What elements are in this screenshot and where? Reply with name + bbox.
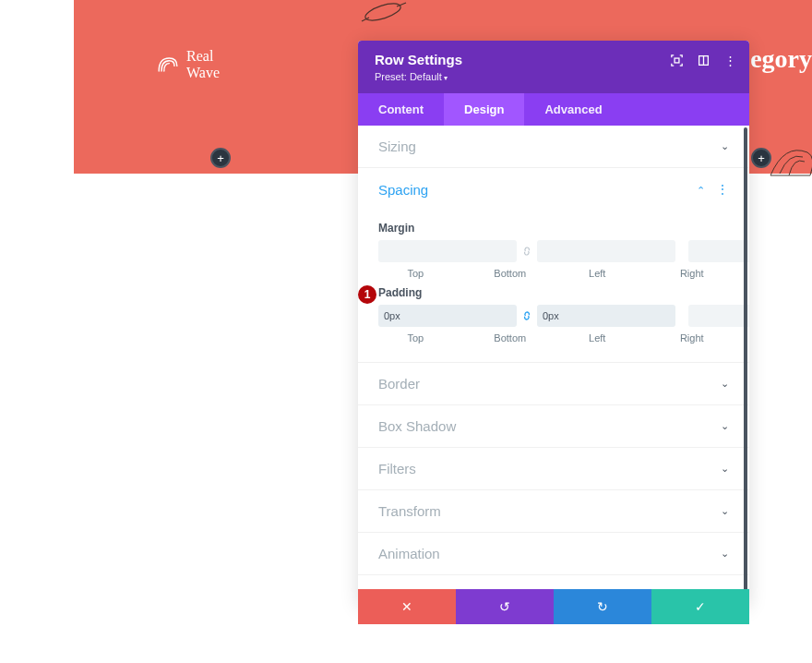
section-title: Spacing: [378, 182, 428, 198]
section-title: Border: [378, 376, 420, 392]
add-section-button-left[interactable]: +: [210, 148, 231, 168]
section-animation: Animation ⌄: [358, 533, 749, 575]
margin-left-input[interactable]: [688, 240, 749, 262]
caret-down-icon: ▾: [444, 74, 448, 82]
section-more-icon[interactable]: ⋮: [716, 182, 729, 197]
preset-selector[interactable]: Preset: Default▾: [375, 71, 733, 82]
label-right: Right: [655, 332, 730, 344]
section-head-transform[interactable]: Transform ⌄: [358, 490, 749, 532]
undo-icon: ↺: [499, 599, 510, 614]
section-transform: Transform ⌄: [358, 490, 749, 533]
scrollbar-thumb[interactable]: [744, 127, 747, 594]
brand-line-1: Real: [186, 48, 220, 65]
tab-advanced[interactable]: Advanced: [524, 93, 622, 126]
label-top: Top: [378, 332, 453, 344]
section-filters: Filters ⌄: [358, 448, 749, 490]
svg-rect-3: [675, 58, 679, 63]
panel-action-bar: ✕ ↺ ↻ ✓: [358, 589, 749, 624]
redo-icon: ↻: [597, 599, 608, 614]
annotation-callout-1: 1: [358, 285, 376, 304]
chevron-down-icon: ⌄: [721, 378, 729, 390]
section-title: Sizing: [378, 139, 416, 154]
responsive-icon[interactable]: [698, 54, 710, 66]
bg-sketch-shell: [766, 139, 812, 185]
page-bg-text: egory: [750, 44, 812, 74]
chevron-down-icon: ⌄: [721, 548, 729, 560]
add-section-button-right[interactable]: +: [751, 148, 771, 168]
section-head-filters[interactable]: Filters ⌄: [358, 448, 749, 489]
chevron-up-icon: ⌃: [697, 185, 705, 196]
check-icon: ✓: [695, 599, 706, 614]
section-title: Transform: [378, 503, 441, 519]
tab-content[interactable]: Content: [358, 93, 444, 126]
section-head-sizing[interactable]: Sizing ⌄: [358, 126, 749, 167]
section-title: Box Shadow: [378, 418, 456, 434]
link-icon-active[interactable]: [517, 310, 537, 321]
page-left-gutter: [0, 0, 74, 663]
plus-icon: +: [217, 151, 224, 165]
redo-button[interactable]: ↻: [554, 589, 651, 624]
section-title: Filters: [378, 461, 416, 476]
label-left: Left: [560, 332, 635, 344]
section-title: Animation: [378, 546, 440, 561]
svg-point-0: [364, 0, 402, 24]
label-bottom: Bottom: [473, 268, 548, 279]
row-settings-panel: Row Settings Preset: Default▾ ⋮ Content …: [358, 41, 749, 606]
brand-line-2: Wave: [186, 65, 220, 81]
margin-top-input[interactable]: [378, 240, 517, 262]
padding-label: Padding: [378, 286, 729, 299]
expand-icon[interactable]: [671, 54, 683, 66]
cancel-button[interactable]: ✕: [358, 589, 456, 624]
panel-body: Sizing ⌄ Spacing ⌃ ⋮ Margin: [358, 126, 749, 606]
chevron-down-icon: ⌄: [721, 463, 729, 475]
plus-icon: +: [758, 151, 765, 165]
section-head-border[interactable]: Border ⌄: [358, 363, 749, 404]
link-icon[interactable]: [517, 246, 537, 257]
close-icon: ✕: [401, 599, 412, 614]
panel-tabs: Content Design Advanced: [358, 93, 749, 126]
padding-top-input[interactable]: [378, 305, 517, 327]
wave-icon: [155, 52, 181, 78]
undo-button[interactable]: ↺: [456, 589, 554, 624]
label-left: Left: [560, 268, 635, 279]
section-head-spacing[interactable]: Spacing ⌃ ⋮: [358, 168, 749, 211]
section-border: Border ⌄: [358, 363, 749, 405]
label-bottom: Bottom: [473, 332, 548, 344]
tab-design[interactable]: Design: [444, 93, 524, 126]
save-button[interactable]: ✓: [651, 589, 749, 624]
section-head-animation[interactable]: Animation ⌄: [358, 533, 749, 574]
margin-label: Margin: [378, 222, 729, 235]
section-box-shadow: Box Shadow ⌄: [358, 405, 749, 448]
brand-logo: Real Wave: [155, 48, 220, 80]
label-top: Top: [378, 268, 453, 279]
bg-sketch-rolling-pin: [360, 0, 471, 32]
panel-header: Row Settings Preset: Default▾ ⋮: [358, 41, 749, 93]
margin-bottom-input[interactable]: [537, 240, 675, 262]
more-icon[interactable]: ⋮: [724, 54, 736, 67]
padding-left-input[interactable]: [688, 305, 749, 327]
section-head-box-shadow[interactable]: Box Shadow ⌄: [358, 405, 749, 447]
section-sizing: Sizing ⌄: [358, 126, 749, 168]
preset-label: Preset: Default: [375, 71, 442, 82]
chevron-down-icon: ⌄: [721, 140, 729, 152]
label-right: Right: [655, 268, 730, 279]
padding-bottom-input[interactable]: [537, 305, 675, 327]
section-spacing: Spacing ⌃ ⋮ Margin: [358, 168, 749, 363]
chevron-down-icon: ⌄: [721, 505, 729, 517]
chevron-down-icon: ⌄: [721, 420, 729, 432]
